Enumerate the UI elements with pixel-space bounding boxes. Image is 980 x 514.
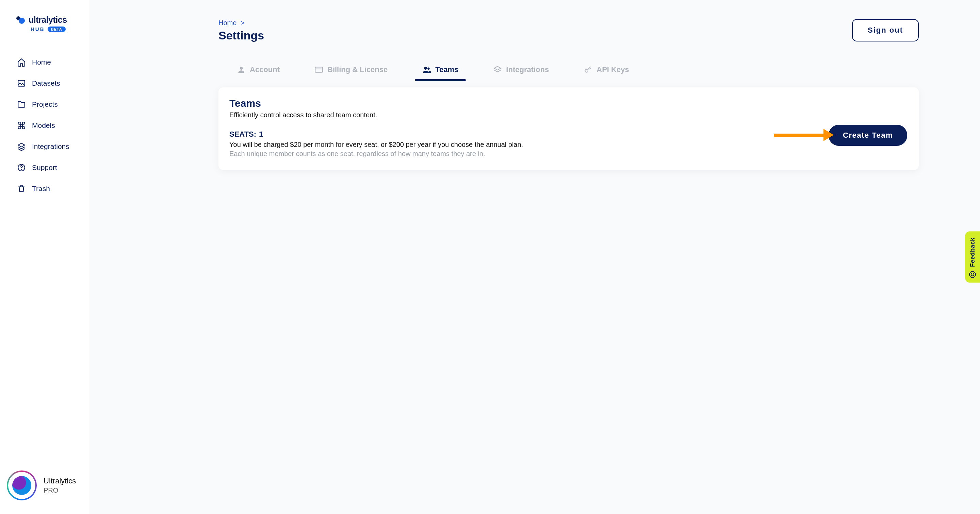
settings-tabs: Account Billing & License Teams Integrat… [231, 60, 919, 81]
unique-text: Each unique member counts as one seat, r… [229, 150, 908, 158]
card-title: Teams [229, 98, 908, 109]
tab-label: Billing & License [327, 65, 388, 74]
user-info: Ultralytics PRO [43, 476, 76, 495]
tab-billing[interactable]: Billing & License [309, 60, 393, 81]
svg-point-11 [971, 274, 972, 274]
sidebar-item-home[interactable]: Home [0, 52, 89, 73]
person-icon [237, 65, 246, 74]
image-icon [17, 79, 26, 88]
tab-label: Teams [435, 65, 458, 74]
command-icon [17, 121, 26, 130]
sidebar-item-trash[interactable]: Trash [0, 178, 89, 199]
sidebar-item-integrations[interactable]: Integrations [0, 136, 89, 157]
people-icon [422, 65, 431, 74]
trash-icon [17, 184, 26, 193]
sign-out-button[interactable]: Sign out [852, 19, 919, 41]
sidebar-item-label: Integrations [32, 143, 69, 151]
breadcrumb[interactable]: Home > [218, 19, 264, 27]
key-icon [584, 65, 592, 74]
folder-icon [17, 100, 26, 109]
svg-point-10 [969, 271, 975, 278]
card-subtitle: Efficiently control access to shared tea… [229, 111, 908, 119]
header-row: Home > Settings Sign out [218, 19, 919, 42]
layers-icon [493, 65, 502, 74]
sidebar-item-label: Projects [32, 100, 58, 108]
sidebar-item-support[interactable]: Support [0, 157, 89, 178]
breadcrumb-sep: > [240, 19, 245, 27]
svg-point-7 [424, 67, 427, 70]
tab-account[interactable]: Account [231, 60, 285, 81]
tab-label: Account [250, 65, 280, 74]
brand-sub: HUB BETA [30, 26, 75, 32]
svg-point-12 [973, 274, 974, 274]
svg-point-9 [585, 69, 588, 72]
brand-mark-icon [16, 15, 25, 25]
breadcrumb-home[interactable]: Home [218, 19, 237, 27]
tab-integrations[interactable]: Integrations [488, 60, 554, 81]
feedback-tab[interactable]: Feedback [965, 231, 980, 282]
brand-area: ultralytics HUB BETA [0, 0, 89, 45]
brand-beta-badge: BETA [48, 27, 66, 32]
tab-teams[interactable]: Teams [417, 60, 464, 81]
sidebar-item-label: Models [32, 121, 55, 130]
svg-point-8 [427, 68, 430, 70]
credit-card-icon [314, 65, 323, 74]
brand-name: ultralytics [29, 15, 67, 25]
home-icon [17, 58, 26, 67]
page-title: Settings [218, 29, 264, 42]
charge-text: You will be charged $20 per month for ev… [229, 141, 908, 149]
seats-value: 1 [259, 130, 263, 139]
sidebar: ultralytics HUB BETA Home Datasets Proje… [0, 0, 89, 514]
teams-card: Teams Efficiently control access to shar… [218, 87, 919, 170]
smile-icon [969, 271, 977, 279]
svg-point-1 [19, 17, 25, 24]
feedback-label: Feedback [969, 237, 976, 267]
svg-point-5 [240, 67, 243, 70]
header-left: Home > Settings [218, 19, 264, 42]
seats-label: SEATS: [229, 130, 256, 139]
main: Home > Settings Sign out Account Billing… [89, 0, 980, 514]
svg-rect-6 [315, 67, 323, 72]
layers-icon [17, 142, 26, 151]
sidebar-item-label: Datasets [32, 79, 60, 87]
tab-label: Integrations [506, 65, 549, 74]
svg-point-4 [21, 169, 22, 170]
sidebar-item-models[interactable]: Models [0, 115, 89, 136]
seats-row: SEATS: 1 [229, 130, 908, 139]
help-icon [17, 163, 26, 172]
sidebar-item-label: Trash [32, 185, 50, 193]
nav-list: Home Datasets Projects Models Integratio… [0, 45, 89, 206]
brand-hub: HUB [30, 26, 45, 32]
tab-api-keys[interactable]: API Keys [578, 60, 634, 81]
sidebar-item-datasets[interactable]: Datasets [0, 73, 89, 94]
sidebar-item-projects[interactable]: Projects [0, 94, 89, 115]
tab-label: API Keys [597, 65, 629, 74]
sidebar-item-label: Support [32, 163, 57, 172]
brand-row: ultralytics [16, 15, 75, 25]
sidebar-item-label: Home [32, 58, 51, 66]
user-name: Ultralytics [43, 476, 76, 486]
user-plan: PRO [43, 486, 76, 495]
sidebar-footer[interactable]: Ultralytics PRO [0, 464, 89, 514]
avatar [7, 471, 37, 500]
create-team-button[interactable]: Create Team [829, 125, 907, 146]
